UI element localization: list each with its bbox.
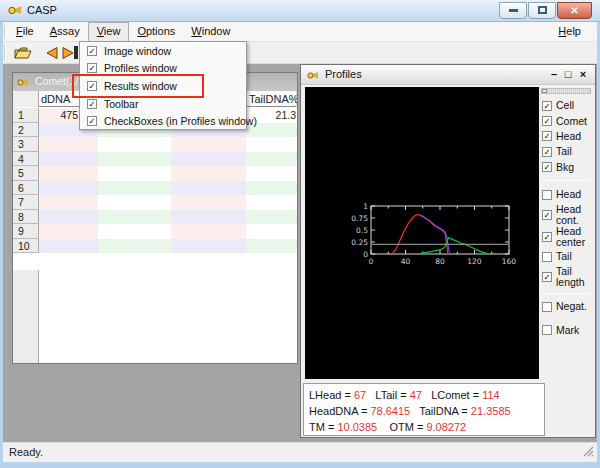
table-cell[interactable] bbox=[39, 181, 98, 196]
table-cell[interactable] bbox=[171, 239, 246, 254]
checkbox-negat-[interactable]: Negat. bbox=[539, 299, 593, 314]
table-cell[interactable] bbox=[39, 224, 98, 239]
checked-checkbox-icon: ✓ bbox=[542, 101, 552, 111]
column-header-taildna[interactable]: TailDNA% bbox=[246, 91, 297, 107]
checkbox-label: Tail bbox=[556, 146, 572, 157]
menu-item-window[interactable]: Window bbox=[183, 22, 238, 42]
checkbox-tail-length[interactable]: ✓Tail length bbox=[539, 266, 593, 288]
menu-option-checkboxes-in-profiles-window-[interactable]: ✓CheckBoxes (in Profiles window) bbox=[80, 112, 246, 130]
menu-item-assay[interactable]: Assay bbox=[42, 22, 88, 42]
row-header-9[interactable]: 9 bbox=[13, 224, 39, 239]
title-bar[interactable]: CASP ✕ bbox=[0, 0, 600, 22]
table-cell[interactable] bbox=[246, 152, 297, 167]
row-header-4[interactable]: 4 bbox=[13, 152, 39, 167]
table-cell[interactable] bbox=[39, 137, 98, 152]
casp-application-window: CASP ✕ FileAssayViewOptionsWindow Help bbox=[0, 0, 600, 468]
checkbox-head-center[interactable]: ✓Head center bbox=[539, 226, 593, 248]
table-cell[interactable] bbox=[171, 152, 246, 167]
comet-window-icon bbox=[17, 77, 29, 89]
profiles-maximize-button[interactable]: □ bbox=[561, 67, 575, 82]
table-cell[interactable] bbox=[98, 152, 171, 167]
table-cell[interactable] bbox=[39, 195, 98, 210]
table-cell[interactable] bbox=[246, 210, 297, 225]
maximize-button[interactable] bbox=[528, 2, 556, 19]
result-value: 10.0385 bbox=[337, 421, 377, 433]
table-cell[interactable] bbox=[246, 239, 297, 254]
table-cell[interactable] bbox=[98, 137, 171, 152]
row-header-8[interactable]: 8 bbox=[13, 210, 39, 225]
row-header-7[interactable]: 7 bbox=[13, 195, 39, 210]
row-header-5[interactable]: 5 bbox=[13, 166, 39, 181]
table-cell[interactable] bbox=[171, 181, 246, 196]
checkbox-label: Tail length bbox=[556, 266, 593, 288]
table-cell[interactable] bbox=[98, 210, 171, 225]
row-header-2[interactable]: 2 bbox=[13, 123, 39, 138]
toolbar-grip[interactable] bbox=[4, 45, 6, 60]
profiles-minimize-button[interactable]: – bbox=[547, 67, 561, 82]
unchecked-checkbox-icon bbox=[542, 302, 552, 312]
profiles-window[interactable]: Profiles – □ × 0408012016000.250.50.751 … bbox=[300, 64, 596, 438]
menu-item-view[interactable]: View bbox=[88, 22, 130, 42]
checkbox-tail[interactable]: ✓Tail bbox=[539, 144, 593, 159]
menu-item-file[interactable]: File bbox=[8, 22, 42, 42]
table-row: 5 bbox=[13, 166, 297, 181]
checkbox-cell[interactable]: ✓Cell bbox=[539, 98, 593, 113]
checkbox-bkg[interactable]: ✓Bkg bbox=[539, 160, 593, 175]
menu-option-label: CheckBoxes (in Profiles window) bbox=[104, 115, 257, 127]
close-button[interactable]: ✕ bbox=[557, 2, 592, 19]
table-cell[interactable] bbox=[246, 224, 297, 239]
results-line: HeadDNA = 78.6415 TailDNA = 21.3585 bbox=[309, 403, 544, 419]
table-cell[interactable] bbox=[98, 195, 171, 210]
svg-text:120: 120 bbox=[467, 257, 482, 266]
table-cell[interactable] bbox=[39, 239, 98, 254]
table-row: 8 bbox=[13, 210, 297, 225]
checkbox-label: Negat. bbox=[556, 301, 587, 312]
minimize-button[interactable] bbox=[499, 2, 527, 19]
table-cell[interactable] bbox=[246, 181, 297, 196]
checkbox-panel-scrollbar[interactable] bbox=[541, 88, 591, 94]
profiles-titlebar[interactable]: Profiles – □ × bbox=[301, 65, 595, 85]
table-row: 9 bbox=[13, 224, 297, 239]
table-cell[interactable] bbox=[98, 239, 171, 254]
table-cell[interactable] bbox=[39, 152, 98, 167]
row-header-filler bbox=[13, 270, 39, 363]
table-cell[interactable] bbox=[98, 181, 171, 196]
checkbox-comet[interactable]: ✓Comet bbox=[539, 113, 593, 128]
menubar-grip[interactable] bbox=[4, 25, 6, 39]
table-cell[interactable] bbox=[39, 166, 98, 181]
table-corner-cell[interactable] bbox=[13, 91, 39, 107]
table-cell[interactable] bbox=[171, 210, 246, 225]
table-cell[interactable] bbox=[246, 166, 297, 181]
table-cell[interactable] bbox=[39, 210, 98, 225]
table-cell[interactable] bbox=[171, 137, 246, 152]
table-cell[interactable] bbox=[171, 224, 246, 239]
row-header-6[interactable]: 6 bbox=[13, 181, 39, 196]
table-cell[interactable] bbox=[98, 166, 171, 181]
checkbox-tail[interactable]: Tail bbox=[539, 248, 593, 266]
status-bar: Ready. bbox=[3, 442, 597, 462]
checkbox-head[interactable]: Head bbox=[539, 186, 593, 204]
scrollbar-thumb[interactable] bbox=[542, 89, 547, 93]
menu-option-image-window[interactable]: ✓Image window bbox=[80, 42, 246, 60]
checkbox-mark[interactable]: Mark bbox=[539, 322, 593, 337]
profiles-close-button[interactable]: × bbox=[576, 67, 590, 82]
row-header-10[interactable]: 10 bbox=[13, 239, 39, 254]
open-file-button[interactable] bbox=[11, 43, 33, 63]
checkbox-head[interactable]: ✓Head bbox=[539, 129, 593, 144]
results-line: TM = 10.0385 OTM = 9.08272 bbox=[309, 419, 544, 435]
table-cell[interactable] bbox=[171, 166, 246, 181]
table-cell[interactable] bbox=[98, 224, 171, 239]
resize-grip-icon[interactable] bbox=[583, 446, 594, 459]
checkbox-head-cont-[interactable]: ✓Head cont. bbox=[539, 204, 593, 226]
table-cell[interactable] bbox=[246, 137, 297, 152]
menu-item-help[interactable]: Help bbox=[550, 22, 589, 41]
table-cell[interactable] bbox=[171, 195, 246, 210]
row-header-3[interactable]: 3 bbox=[13, 137, 39, 152]
annotation-highlight-box bbox=[72, 74, 204, 98]
profiles-window-title: Profiles bbox=[325, 68, 362, 80]
result-label: HeadDNA = bbox=[309, 405, 370, 417]
menu-item-options[interactable]: Options bbox=[129, 22, 183, 42]
result-label: LHead = bbox=[309, 389, 354, 401]
row-header-1[interactable]: 1 bbox=[13, 108, 39, 123]
table-cell[interactable] bbox=[246, 195, 297, 210]
